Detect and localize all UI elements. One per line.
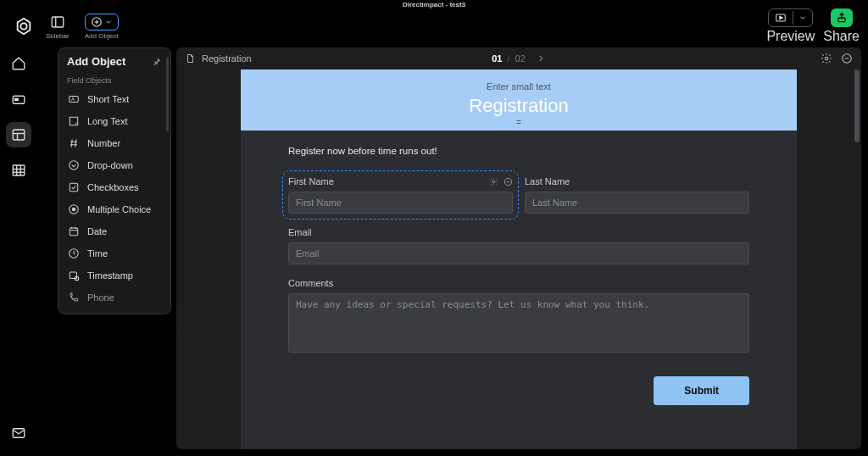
rail-table[interactable] bbox=[6, 158, 31, 183]
pager-separator: / bbox=[507, 53, 509, 64]
svg-rect-27 bbox=[70, 183, 77, 191]
field-dropdown[interactable]: Drop-down bbox=[58, 154, 170, 176]
svg-marker-7 bbox=[780, 16, 783, 19]
field-first-name[interactable]: First Name bbox=[288, 176, 513, 214]
svg-text:A: A bbox=[71, 97, 75, 102]
short-text-icon: A bbox=[67, 92, 81, 106]
email-input[interactable] bbox=[288, 242, 749, 264]
svg-point-37 bbox=[825, 57, 828, 60]
resize-handle-icon[interactable] bbox=[510, 122, 527, 124]
panel-item-label: Time bbox=[87, 248, 108, 259]
rail-home[interactable] bbox=[6, 51, 31, 76]
document-icon bbox=[185, 53, 195, 64]
first-name-input[interactable] bbox=[288, 192, 513, 214]
field-checkboxes[interactable]: Checkboxes bbox=[58, 176, 170, 198]
field-short-text[interactable]: A Short Text bbox=[58, 88, 170, 110]
svg-line-25 bbox=[75, 139, 76, 147]
field-date[interactable]: Date bbox=[58, 220, 170, 242]
plus-clock-icon bbox=[85, 14, 119, 31]
rail-layout[interactable] bbox=[6, 122, 31, 147]
nav-rail bbox=[0, 42, 37, 456]
rail-mail[interactable] bbox=[6, 420, 31, 446]
pager-total: 02 bbox=[515, 53, 526, 64]
field-number[interactable]: Number bbox=[58, 132, 170, 154]
sidebar-toggle-label: Sidebar bbox=[46, 32, 70, 40]
comments-input[interactable] bbox=[288, 293, 749, 353]
add-object-panel: Add Object Field Objects A Short Text Lo… bbox=[58, 47, 171, 314]
panel-item-label: Long Text bbox=[87, 116, 128, 126]
panel-scroll-thumb[interactable] bbox=[166, 57, 169, 131]
panel-item-label: Short Text bbox=[87, 94, 129, 104]
field-settings-icon[interactable] bbox=[489, 177, 498, 186]
svg-rect-30 bbox=[70, 228, 77, 236]
panel-left-icon bbox=[50, 14, 65, 31]
field-email[interactable]: Email bbox=[288, 227, 749, 264]
phone-icon bbox=[67, 291, 81, 304]
remove-circle-icon[interactable] bbox=[841, 53, 853, 64]
first-name-label: First Name bbox=[288, 176, 334, 186]
svg-rect-14 bbox=[13, 165, 25, 175]
project-title: Directimpact - test3 bbox=[0, 0, 868, 10]
panel-item-label: Checkboxes bbox=[87, 182, 139, 192]
checkbox-icon bbox=[67, 181, 81, 194]
field-phone[interactable]: Phone bbox=[58, 286, 170, 309]
share-icon bbox=[836, 12, 848, 24]
panel-item-label: Number bbox=[87, 138, 120, 148]
clock-icon bbox=[67, 247, 81, 260]
pin-icon[interactable] bbox=[152, 57, 162, 67]
email-label: Email bbox=[288, 227, 312, 237]
hash-icon bbox=[67, 136, 81, 150]
pager: 01 / 02 bbox=[492, 53, 546, 64]
dropdown-icon bbox=[67, 158, 81, 172]
add-object-label: Add Object bbox=[85, 32, 119, 40]
settings-icon[interactable] bbox=[821, 53, 832, 64]
svg-rect-35 bbox=[70, 272, 76, 279]
field-comments[interactable]: Comments bbox=[288, 278, 749, 353]
share-button[interactable] bbox=[831, 8, 853, 27]
field-long-text[interactable]: Long Text bbox=[58, 110, 170, 132]
svg-point-40 bbox=[492, 181, 495, 183]
svg-point-26 bbox=[70, 161, 79, 170]
submit-button[interactable]: Submit bbox=[654, 376, 749, 405]
pager-current: 01 bbox=[492, 53, 502, 64]
sidebar-toggle-button[interactable]: Sidebar bbox=[42, 14, 73, 40]
add-object-button[interactable]: Add Object bbox=[81, 14, 122, 40]
document-name: Registration bbox=[202, 53, 252, 64]
timestamp-icon bbox=[67, 269, 81, 282]
page-title: Registration bbox=[241, 95, 797, 117]
last-name-label: Last Name bbox=[525, 176, 570, 186]
field-timestamp[interactable]: Timestamp bbox=[58, 264, 170, 286]
preview-button[interactable] bbox=[768, 8, 813, 27]
svg-rect-10 bbox=[15, 98, 19, 100]
long-text-icon bbox=[67, 114, 81, 128]
svg-rect-11 bbox=[13, 130, 25, 140]
panel-item-label: Phone bbox=[87, 292, 114, 303]
panel-item-label: Drop-down bbox=[87, 160, 133, 170]
canvas-scrollbar[interactable] bbox=[854, 70, 860, 449]
canvas: Registration 01 / 02 bbox=[176, 47, 861, 449]
app-logo-icon bbox=[14, 17, 33, 36]
comments-label: Comments bbox=[288, 278, 333, 288]
field-last-name[interactable]: Last Name bbox=[525, 176, 749, 214]
top-toolbar: Sidebar Add Object bbox=[0, 10, 868, 42]
panel-title: Add Object bbox=[67, 55, 125, 68]
chevron-down-icon[interactable] bbox=[793, 11, 812, 25]
panel-section-label: Field Objects bbox=[58, 73, 170, 88]
panel-item-label: Date bbox=[87, 226, 107, 236]
last-name-input[interactable] bbox=[525, 192, 749, 214]
svg-rect-1 bbox=[52, 17, 64, 27]
calendar-icon bbox=[67, 225, 81, 238]
rail-card[interactable] bbox=[6, 86, 31, 112]
panel-item-label: Timestamp bbox=[87, 270, 133, 281]
page-header[interactable]: Enter small text Registration bbox=[241, 70, 797, 131]
radio-icon bbox=[67, 203, 81, 216]
svg-point-0 bbox=[20, 23, 26, 29]
svg-point-29 bbox=[72, 208, 75, 211]
field-multiple-choice[interactable]: Multiple Choice bbox=[58, 198, 170, 220]
field-time[interactable]: Time bbox=[58, 242, 170, 264]
page-subtitle: Enter small text bbox=[241, 81, 797, 92]
panel-item-label: Multiple Choice bbox=[87, 204, 151, 214]
field-remove-icon[interactable] bbox=[504, 177, 513, 186]
form-intro-text[interactable]: Register now before time runs out! bbox=[288, 146, 749, 156]
pager-next-icon[interactable] bbox=[536, 53, 546, 64]
